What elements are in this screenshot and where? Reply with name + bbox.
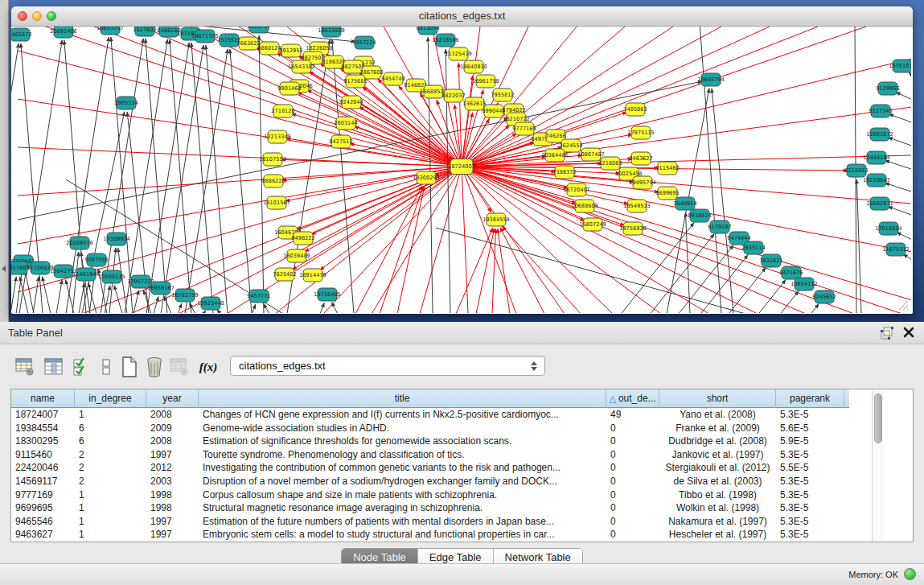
graph-node[interactable]: 16720407 [563, 183, 590, 196]
table-row[interactable]: 977716911998Corpus callosum shape and si… [11, 488, 849, 502]
graph-node[interactable]: 9115460 [655, 162, 679, 175]
graph-node[interactable]: 18107557 [259, 153, 286, 166]
resize-grip-icon[interactable] [896, 298, 909, 311]
table-row[interactable]: 911546021997Tourette syndrome. Phenomeno… [11, 448, 849, 462]
vertical-scrollbar[interactable] [872, 390, 884, 542]
graph-node[interactable]: 2893717 [247, 27, 270, 33]
node-table[interactable]: namein_degreeyeartitle△out_de...shortpag… [10, 389, 914, 542]
graph-node[interactable]: 18724007 [448, 159, 475, 175]
unselect-all-icon[interactable] [95, 354, 119, 380]
graph-node[interactable]: 17359924 [103, 233, 130, 245]
graph-node[interactable]: 9463627 [629, 152, 652, 165]
graph-node[interactable]: 19495794 [629, 176, 656, 189]
select-all-icon[interactable] [69, 354, 93, 380]
graph-node[interactable]: 8427512 [329, 135, 352, 148]
column-header-pagerank[interactable]: pagerank [776, 389, 844, 408]
graph-node[interactable]: 9242844 [339, 96, 363, 109]
memory-status-icon[interactable] [904, 568, 916, 580]
network-canvas[interactable]: 1872400724055722069140610653257152760284… [11, 27, 911, 313]
graph-node[interactable]: 16961758 [472, 75, 499, 88]
dropdown-stepper-icon[interactable] [528, 358, 540, 373]
network-window[interactable]: citations_edges.txt 18724007240557220691… [11, 6, 913, 314]
graph-node[interactable]: 18300295 [413, 171, 440, 184]
graph-node[interactable]: 15751074 [889, 60, 911, 72]
function-builder-icon[interactable]: f(x) [196, 354, 220, 380]
table-row[interactable]: 1456911722003Disruption of a novel membe… [11, 475, 849, 488]
graph-node[interactable]: 11451944 [72, 268, 100, 281]
graph-node[interactable]: 12093872 [866, 128, 893, 141]
column-header-title[interactable]: title [199, 389, 606, 408]
graph-node[interactable]: 8912955 [279, 44, 302, 57]
graph-node[interactable]: 19756928 [619, 222, 647, 235]
graph-node[interactable]: 20691406 [50, 27, 77, 38]
graph-node[interactable]: 7386372 [552, 166, 576, 179]
float-panel-icon[interactable] [881, 327, 893, 340]
column-header-in_degree[interactable]: in_degree [75, 389, 146, 408]
table-row[interactable]: 1830029562008Estimation of significance … [11, 435, 849, 448]
graph-node[interactable]: 2905334 [114, 97, 138, 109]
table-row[interactable]: 2242004622012Investigating the contribut… [11, 461, 849, 475]
graph-node[interactable]: 9699695 [655, 187, 679, 200]
graph-node[interactable]: 8938924 [688, 209, 711, 222]
graph-node[interactable]: 10653257 [97, 27, 124, 35]
left-splitter-strip[interactable] [0, 0, 9, 322]
graph-node[interactable]: 20206576 [66, 237, 93, 249]
graph-node[interactable]: 16782759 [171, 289, 199, 302]
graph-node[interactable]: 12444194 [863, 151, 890, 164]
graph-node[interactable]: 2803144 [334, 117, 357, 130]
graph-node[interactable]: 15807249 [579, 218, 606, 231]
graph-node[interactable]: 1527602 [133, 27, 156, 36]
table-row[interactable]: 969969511998Structural magnetic resonanc… [11, 501, 849, 515]
close-panel-icon[interactable] [903, 327, 914, 338]
graph-node[interactable]: 6216083 [598, 157, 622, 170]
graph-node[interactable]: 9901468 [277, 82, 301, 95]
graph-node[interactable]: 12923448 [197, 297, 224, 310]
graph-node[interactable]: 7857224 [352, 36, 376, 49]
graph-node[interactable]: 16039489 [283, 249, 310, 262]
graph-node[interactable]: 10654112 [791, 278, 818, 290]
graph-node[interactable]: 7955812 [491, 89, 514, 101]
graph-node[interactable]: 17975115 [627, 126, 655, 139]
graph-node[interactable]: 15692971 [866, 197, 893, 210]
graph-node[interactable]: 9175685 [343, 75, 367, 88]
graph-node[interactable]: 8822037 [441, 89, 465, 102]
delete-icon[interactable] [142, 354, 166, 380]
graph-node[interactable]: 10688609 [571, 200, 598, 212]
graph-node[interactable]: 9245652 [812, 290, 836, 303]
table-row[interactable]: 946362711997Embryonic stem cells: a mode… [11, 528, 849, 542]
graph-node[interactable]: 12213349 [264, 130, 291, 143]
graph-node[interactable]: 10807487 [577, 148, 605, 161]
graph-node[interactable]: 16210643 [863, 174, 890, 187]
graph-node[interactable]: 19549523 [623, 200, 651, 212]
graph-node[interactable]: 9129966 [876, 82, 899, 95]
graph-node[interactable]: 8215953 [844, 164, 868, 177]
table-row[interactable]: 1872400712008Changes of HCN gene express… [11, 408, 849, 422]
graph-node[interactable]: 9227343 [869, 105, 892, 117]
graph-node[interactable]: 8813054 [416, 27, 439, 35]
column-header-out_de[interactable]: △out_de... [606, 389, 659, 408]
graph-node[interactable]: 9498222 [291, 232, 314, 245]
table-mode-icon[interactable] [13, 354, 37, 380]
graph-node[interactable]: 16648794 [697, 73, 725, 86]
graph-node[interactable]: 13505115 [98, 270, 125, 283]
graph-node[interactable]: 14671355 [191, 30, 219, 43]
column-header-name[interactable]: name [11, 389, 75, 408]
graph-node[interactable]: 7485063 [623, 103, 647, 116]
network-window-titlebar[interactable]: citations_edges.txt [11, 6, 913, 27]
splitter-collapse-icon[interactable] [2, 266, 6, 272]
graph-node[interactable]: 9886220 [261, 175, 285, 187]
graph-node[interactable]: 19218596 [432, 34, 459, 47]
graph-node[interactable]: 15101567 [263, 196, 290, 209]
graph-node[interactable]: 9777169 [512, 122, 536, 135]
column-header-short[interactable]: short [659, 389, 776, 408]
graph-node[interactable]: 16914479 [299, 269, 326, 282]
graph-node[interactable]: 7625402 [273, 268, 296, 281]
graph-node[interactable]: 8860124 [257, 42, 281, 55]
graph-node[interactable]: 9457771 [247, 290, 270, 303]
graph-node[interactable]: 16033809 [318, 27, 345, 37]
show-columns-icon[interactable] [42, 354, 66, 380]
graph-node[interactable]: 16958167 [147, 282, 175, 295]
graph-node[interactable]: 7663822 [236, 37, 260, 50]
graph-node[interactable]: 11325419 [445, 47, 472, 60]
graph-node[interactable]: 9097588 [84, 253, 108, 266]
